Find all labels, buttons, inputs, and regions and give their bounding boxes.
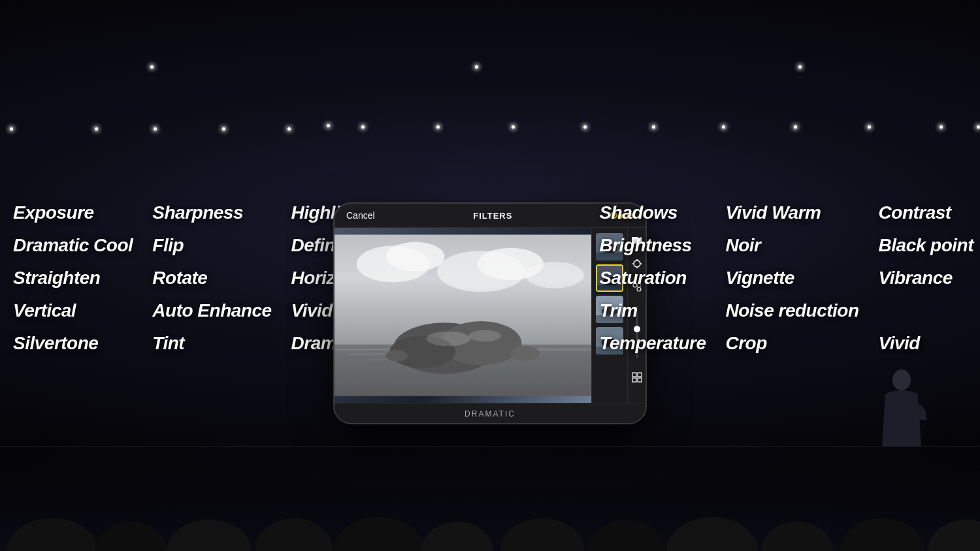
- stage-light: [150, 65, 154, 69]
- stage-light: [512, 125, 515, 129]
- svg-point-5: [525, 262, 584, 288]
- word-contrast: Contrast: [879, 202, 973, 223]
- word-exposure: Exposure: [13, 202, 133, 223]
- svg-rect-42: [638, 378, 642, 382]
- word-brightness: Brightness: [599, 235, 706, 256]
- word-auto-enhance: Auto Enhance: [152, 300, 271, 321]
- stage-light: [939, 125, 943, 129]
- phone-title: FILTERS: [473, 211, 512, 221]
- stage-light: [222, 127, 225, 131]
- svg-point-44: [95, 522, 167, 551]
- svg-point-53: [840, 518, 924, 551]
- word-shadows: Shadows: [599, 202, 706, 223]
- svg-rect-41: [632, 378, 636, 382]
- word-sharpness: Sharpness: [152, 202, 271, 223]
- word-noise-reduction: Noise reduction: [725, 300, 858, 321]
- svg-point-43: [7, 518, 98, 551]
- svg-point-14: [468, 330, 500, 341]
- stage-light: [475, 65, 478, 69]
- svg-point-45: [167, 520, 252, 551]
- svg-point-2: [386, 242, 445, 272]
- svg-point-13: [426, 332, 470, 346]
- stage-light: [154, 127, 157, 131]
- cancel-button[interactable]: Cancel: [346, 210, 375, 221]
- stage-light: [436, 125, 440, 129]
- word-vignette: Vignette: [725, 268, 858, 289]
- svg-point-46: [255, 518, 333, 551]
- word-crop: Crop: [725, 333, 858, 354]
- word-silvertone: Silvertone: [13, 333, 133, 354]
- filter-label: DRAMATIC: [465, 409, 515, 418]
- svg-point-52: [761, 522, 833, 551]
- stage-light: [798, 65, 802, 69]
- filter-label-bar: DRAMATIC: [335, 403, 645, 423]
- word-dramatic-cool: Dramatic Cool: [13, 235, 133, 256]
- word-vivid-c: Vivid C: [879, 333, 924, 354]
- word-rotate: Rotate: [152, 268, 271, 289]
- word-tint: Tint: [152, 333, 271, 354]
- words-right-panel: ShadowsVivid WarmContrastBrightnessNoirB…: [599, 202, 973, 354]
- presenter-silhouette: [875, 368, 928, 447]
- stage-light: [868, 125, 871, 129]
- stage-light: [652, 125, 655, 129]
- svg-point-50: [588, 520, 666, 551]
- svg-point-16: [386, 350, 408, 362]
- word-flip: Flip: [152, 235, 271, 256]
- svg-rect-40: [638, 373, 642, 377]
- stage-light: [361, 125, 365, 129]
- grid-icon[interactable]: [630, 370, 644, 385]
- word-straighten: Straighten: [13, 268, 133, 289]
- word-trim: Trim: [599, 300, 706, 321]
- stage-light: [722, 125, 725, 129]
- stage-light: [10, 127, 13, 131]
- word-vertical: Vertical: [13, 300, 133, 321]
- stage-light: [327, 124, 330, 127]
- word-black-point: Black point: [879, 235, 973, 256]
- svg-point-47: [333, 517, 425, 551]
- svg-rect-39: [632, 373, 636, 377]
- stage-light: [95, 127, 98, 131]
- svg-point-51: [666, 517, 758, 551]
- stage-light: [794, 125, 797, 129]
- word-vibrance: Vibrance: [879, 268, 973, 289]
- photo-preview[interactable]: [335, 228, 591, 403]
- svg-point-49: [500, 518, 585, 551]
- word-temperature: Temperature: [599, 333, 706, 354]
- svg-point-15: [510, 346, 540, 360]
- stage-light: [977, 125, 980, 129]
- word-saturation: Saturation: [599, 268, 706, 289]
- svg-point-55: [892, 370, 911, 390]
- word-noir: Noir: [725, 235, 858, 256]
- svg-point-54: [928, 520, 980, 551]
- stage-light: [583, 125, 587, 129]
- svg-point-48: [421, 522, 493, 551]
- stage-light: [287, 127, 291, 131]
- stage-lights: [0, 0, 980, 144]
- word-vivid-warm: Vivid Warm: [725, 202, 858, 223]
- audience: [0, 447, 980, 551]
